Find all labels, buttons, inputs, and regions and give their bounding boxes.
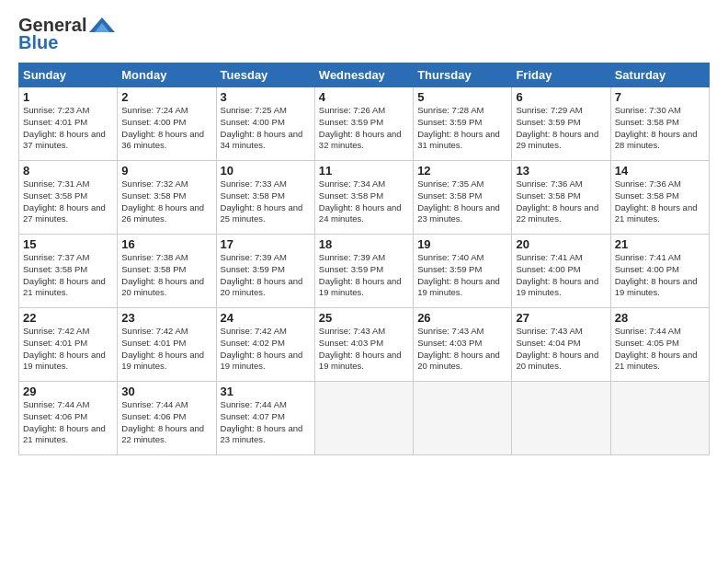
- cell-info: Sunrise: 7:40 AMSunset: 3:59 PMDaylight:…: [417, 252, 500, 297]
- day-number: 31: [221, 385, 311, 398]
- day-number: 16: [121, 237, 211, 251]
- day-number: 11: [319, 164, 409, 178]
- day-number: 28: [615, 311, 705, 325]
- calendar-cell: 5 Sunrise: 7:28 AMSunset: 3:59 PMDayligh…: [414, 87, 512, 161]
- cell-info: Sunrise: 7:43 AMSunset: 4:03 PMDaylight:…: [319, 326, 402, 371]
- cell-info: Sunrise: 7:28 AMSunset: 3:59 PMDaylight:…: [417, 105, 500, 150]
- header: General Blue: [18, 15, 710, 53]
- calendar-cell: 10 Sunrise: 7:33 AMSunset: 3:58 PMDaylig…: [216, 161, 314, 235]
- calendar-cell: [314, 382, 413, 455]
- calendar-cell: [512, 382, 610, 455]
- day-number: 13: [516, 164, 606, 178]
- calendar-cell: 25 Sunrise: 7:43 AMSunset: 4:03 PMDaylig…: [314, 308, 413, 382]
- logo: General Blue: [18, 15, 115, 53]
- calendar-cell: 12 Sunrise: 7:35 AMSunset: 3:58 PMDaylig…: [414, 161, 512, 235]
- header-day-wednesday: Wednesday: [314, 63, 413, 87]
- day-number: 12: [417, 164, 507, 178]
- cell-info: Sunrise: 7:43 AMSunset: 4:03 PMDaylight:…: [417, 326, 500, 371]
- week-row-1: 1 Sunrise: 7:23 AMSunset: 4:01 PMDayligh…: [19, 87, 710, 161]
- cell-info: Sunrise: 7:43 AMSunset: 4:04 PMDaylight:…: [516, 326, 598, 371]
- day-number: 24: [221, 311, 311, 325]
- calendar-cell: 21 Sunrise: 7:41 AMSunset: 4:00 PMDaylig…: [610, 235, 709, 308]
- calendar-cell: 29 Sunrise: 7:44 AMSunset: 4:06 PMDaylig…: [19, 382, 118, 455]
- header-day-thursday: Thursday: [414, 63, 512, 87]
- calendar-cell: 8 Sunrise: 7:31 AMSunset: 3:58 PMDayligh…: [19, 161, 118, 235]
- calendar-cell: 6 Sunrise: 7:29 AMSunset: 3:59 PMDayligh…: [512, 87, 610, 161]
- cell-info: Sunrise: 7:32 AMSunset: 3:58 PMDaylight:…: [121, 178, 204, 224]
- calendar-cell: 28 Sunrise: 7:44 AMSunset: 4:05 PMDaylig…: [610, 308, 709, 382]
- cell-info: Sunrise: 7:44 AMSunset: 4:06 PMDaylight:…: [23, 399, 106, 444]
- day-number: 5: [417, 90, 507, 104]
- cell-info: Sunrise: 7:37 AMSunset: 3:58 PMDaylight:…: [23, 252, 106, 297]
- header-day-friday: Friday: [512, 63, 610, 87]
- day-number: 25: [319, 311, 409, 325]
- week-row-5: 29 Sunrise: 7:44 AMSunset: 4:06 PMDaylig…: [19, 382, 710, 455]
- cell-info: Sunrise: 7:31 AMSunset: 3:58 PMDaylight:…: [23, 178, 106, 224]
- cell-info: Sunrise: 7:44 AMSunset: 4:05 PMDaylight:…: [615, 326, 698, 371]
- day-number: 23: [121, 311, 211, 325]
- cell-info: Sunrise: 7:44 AMSunset: 4:07 PMDaylight:…: [221, 399, 303, 444]
- calendar-cell: 22 Sunrise: 7:42 AMSunset: 4:01 PMDaylig…: [19, 308, 118, 382]
- day-number: 3: [221, 90, 311, 104]
- cell-info: Sunrise: 7:42 AMSunset: 4:01 PMDaylight:…: [121, 326, 204, 371]
- day-number: 8: [23, 164, 113, 178]
- cell-info: Sunrise: 7:30 AMSunset: 3:58 PMDaylight:…: [615, 105, 698, 150]
- calendar-cell: 14 Sunrise: 7:36 AMSunset: 3:58 PMDaylig…: [610, 161, 709, 235]
- day-number: 9: [121, 164, 211, 178]
- calendar-cell: 2 Sunrise: 7:24 AMSunset: 4:00 PMDayligh…: [118, 87, 216, 161]
- calendar-cell: 27 Sunrise: 7:43 AMSunset: 4:04 PMDaylig…: [512, 308, 610, 382]
- cell-info: Sunrise: 7:34 AMSunset: 3:58 PMDaylight:…: [319, 178, 402, 224]
- logo-blue: Blue: [18, 32, 58, 53]
- calendar-cell: 23 Sunrise: 7:42 AMSunset: 4:01 PMDaylig…: [118, 308, 216, 382]
- calendar-cell: 18 Sunrise: 7:39 AMSunset: 3:59 PMDaylig…: [314, 235, 413, 308]
- calendar-cell: 20 Sunrise: 7:41 AMSunset: 4:00 PMDaylig…: [512, 235, 610, 308]
- day-number: 27: [516, 311, 606, 325]
- day-number: 6: [516, 90, 606, 104]
- cell-info: Sunrise: 7:25 AMSunset: 4:00 PMDaylight:…: [221, 105, 303, 150]
- cell-info: Sunrise: 7:41 AMSunset: 4:00 PMDaylight:…: [615, 252, 698, 297]
- cell-info: Sunrise: 7:44 AMSunset: 4:06 PMDaylight:…: [121, 399, 204, 444]
- day-number: 26: [417, 311, 507, 325]
- calendar-cell: 15 Sunrise: 7:37 AMSunset: 3:58 PMDaylig…: [19, 235, 118, 308]
- cell-info: Sunrise: 7:33 AMSunset: 3:58 PMDaylight:…: [221, 178, 303, 224]
- calendar-cell: 11 Sunrise: 7:34 AMSunset: 3:58 PMDaylig…: [314, 161, 413, 235]
- day-number: 7: [615, 90, 705, 104]
- calendar-cell: 24 Sunrise: 7:42 AMSunset: 4:02 PMDaylig…: [216, 308, 314, 382]
- day-number: 2: [121, 90, 211, 104]
- calendar-table: SundayMondayTuesdayWednesdayThursdayFrid…: [18, 63, 710, 455]
- page: General Blue SundayMondayTuesdayWednesda…: [0, 0, 728, 563]
- day-number: 10: [221, 164, 311, 178]
- cell-info: Sunrise: 7:36 AMSunset: 3:58 PMDaylight:…: [516, 178, 598, 224]
- header-day-saturday: Saturday: [610, 63, 709, 87]
- header-day-sunday: Sunday: [19, 63, 118, 87]
- calendar-cell: 9 Sunrise: 7:32 AMSunset: 3:58 PMDayligh…: [118, 161, 216, 235]
- cell-info: Sunrise: 7:42 AMSunset: 4:01 PMDaylight:…: [23, 326, 106, 371]
- cell-info: Sunrise: 7:39 AMSunset: 3:59 PMDaylight:…: [319, 252, 402, 297]
- day-number: 15: [23, 237, 113, 251]
- day-number: 14: [615, 164, 705, 178]
- calendar-cell: 26 Sunrise: 7:43 AMSunset: 4:03 PMDaylig…: [414, 308, 512, 382]
- week-row-3: 15 Sunrise: 7:37 AMSunset: 3:58 PMDaylig…: [19, 235, 710, 308]
- cell-info: Sunrise: 7:42 AMSunset: 4:02 PMDaylight:…: [221, 326, 303, 371]
- header-day-monday: Monday: [118, 63, 216, 87]
- week-row-2: 8 Sunrise: 7:31 AMSunset: 3:58 PMDayligh…: [19, 161, 710, 235]
- calendar-cell: 13 Sunrise: 7:36 AMSunset: 3:58 PMDaylig…: [512, 161, 610, 235]
- calendar-cell: 1 Sunrise: 7:23 AMSunset: 4:01 PMDayligh…: [19, 87, 118, 161]
- cell-info: Sunrise: 7:41 AMSunset: 4:00 PMDaylight:…: [516, 252, 598, 297]
- day-number: 1: [23, 90, 113, 104]
- day-number: 30: [121, 385, 211, 398]
- day-number: 21: [615, 237, 705, 251]
- cell-info: Sunrise: 7:24 AMSunset: 4:00 PMDaylight:…: [121, 105, 204, 150]
- week-row-4: 22 Sunrise: 7:42 AMSunset: 4:01 PMDaylig…: [19, 308, 710, 382]
- calendar-cell: 4 Sunrise: 7:26 AMSunset: 3:59 PMDayligh…: [314, 87, 413, 161]
- cell-info: Sunrise: 7:23 AMSunset: 4:01 PMDaylight:…: [23, 105, 106, 150]
- cell-info: Sunrise: 7:38 AMSunset: 3:58 PMDaylight:…: [121, 252, 204, 297]
- logo-icon: [89, 16, 115, 34]
- day-number: 20: [516, 237, 606, 251]
- calendar-cell: [414, 382, 512, 455]
- header-row: SundayMondayTuesdayWednesdayThursdayFrid…: [19, 63, 710, 87]
- calendar-cell: 17 Sunrise: 7:39 AMSunset: 3:59 PMDaylig…: [216, 235, 314, 308]
- calendar-cell: [610, 382, 709, 455]
- header-day-tuesday: Tuesday: [216, 63, 314, 87]
- day-number: 19: [417, 237, 507, 251]
